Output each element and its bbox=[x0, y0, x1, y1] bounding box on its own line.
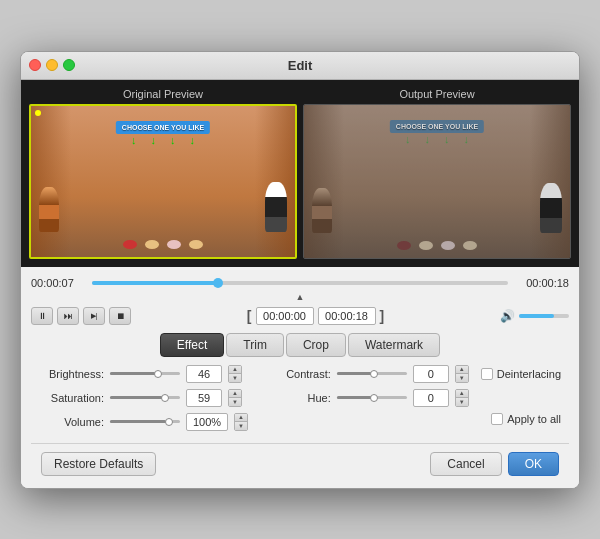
stop-button[interactable]: ⏹ bbox=[109, 307, 131, 325]
timeline-thumb[interactable] bbox=[213, 278, 223, 288]
effect-controls: Brightness: ▲ ▼ Saturation: bbox=[31, 361, 569, 441]
tree-left-deco bbox=[31, 106, 71, 257]
vol-thumb[interactable] bbox=[165, 418, 173, 426]
saturation-down[interactable]: ▼ bbox=[229, 398, 241, 406]
contrast-thumb[interactable] bbox=[370, 370, 378, 378]
volume-fill bbox=[519, 314, 554, 318]
volume-stepper[interactable]: ▲ ▼ bbox=[234, 413, 248, 431]
window-title: Edit bbox=[288, 58, 313, 73]
out-tree-left bbox=[304, 105, 344, 258]
contrast-value[interactable] bbox=[413, 365, 449, 383]
hue-row: Hue: ▲ ▼ bbox=[266, 389, 561, 407]
hue-thumb[interactable] bbox=[370, 394, 378, 402]
volume-up[interactable]: ▲ bbox=[235, 414, 247, 423]
volume-label: Volume: bbox=[39, 416, 104, 428]
left-effect-col: Brightness: ▲ ▼ Saturation: bbox=[39, 365, 250, 437]
volume-down[interactable]: ▼ bbox=[235, 422, 247, 430]
hue-slider[interactable] bbox=[337, 396, 407, 399]
saturation-fill bbox=[110, 396, 163, 399]
out-banner: CHOOSE ONE YOU LIKE bbox=[390, 120, 484, 133]
output-preview-box: CHOOSE ONE YOU LIKE ↓ ↓ ↓ ↓ bbox=[303, 104, 571, 259]
volume-slider[interactable] bbox=[519, 314, 569, 318]
left-arrow-icon: ▲ bbox=[296, 292, 305, 302]
apply-all-checkbox[interactable] bbox=[491, 413, 503, 425]
range-end-input[interactable] bbox=[318, 307, 376, 325]
deinterlacing-text: Deinterlacing bbox=[497, 368, 561, 380]
saturation-stepper[interactable]: ▲ ▼ bbox=[228, 389, 242, 407]
time-range: [ ] bbox=[247, 307, 384, 325]
hue-down[interactable]: ▼ bbox=[456, 398, 468, 406]
maximize-button[interactable] bbox=[63, 59, 75, 71]
tab-effect[interactable]: Effect bbox=[160, 333, 224, 357]
main-window: Edit Original Preview CHOOSE ONE YOU LIK… bbox=[20, 51, 580, 489]
brightness-label: Brightness: bbox=[39, 368, 104, 380]
restore-defaults-button[interactable]: Restore Defaults bbox=[41, 452, 156, 476]
timeline-progress bbox=[92, 281, 217, 285]
deinterlacing-checkbox[interactable] bbox=[481, 368, 493, 380]
timeline-start-time: 00:00:07 bbox=[31, 277, 86, 289]
brightness-slider[interactable] bbox=[110, 372, 180, 375]
deinterlacing-label: Deinterlacing bbox=[481, 368, 561, 380]
volume-control: 🔊 bbox=[500, 309, 569, 323]
contrast-fill bbox=[337, 372, 372, 375]
hue-up[interactable]: ▲ bbox=[456, 390, 468, 399]
bottom-row: Restore Defaults Cancel OK bbox=[31, 443, 569, 484]
next-frame-button[interactable]: ⏭ bbox=[57, 307, 79, 325]
right-effect-col: Contrast: ▲ ▼ Deinterlacing bbox=[266, 365, 561, 437]
ok-button[interactable]: OK bbox=[508, 452, 559, 476]
contrast-stepper[interactable]: ▲ ▼ bbox=[455, 365, 469, 383]
out-tree-right bbox=[530, 105, 570, 258]
close-button[interactable] bbox=[29, 59, 41, 71]
contrast-slider[interactable] bbox=[337, 372, 407, 375]
apply-all-text: Apply to all bbox=[507, 413, 561, 425]
brightness-value[interactable] bbox=[186, 365, 222, 383]
apply-all-label: Apply to all bbox=[491, 413, 561, 425]
contrast-up[interactable]: ▲ bbox=[456, 366, 468, 375]
preview-section: Original Preview CHOOSE ONE YOU LIKE ↓ ↓… bbox=[21, 80, 579, 267]
tabs-row: Effect Trim Crop Watermark bbox=[31, 329, 569, 361]
tab-trim[interactable]: Trim bbox=[226, 333, 284, 357]
hue-label: Hue: bbox=[266, 392, 331, 404]
saturation-thumb[interactable] bbox=[161, 394, 169, 402]
playback-row: ⏸ ⏭ ▶| ⏹ [ ] 🔊 bbox=[31, 303, 569, 329]
contrast-down[interactable]: ▼ bbox=[456, 374, 468, 382]
saturation-value[interactable] bbox=[186, 389, 222, 407]
traffic-lights bbox=[29, 59, 75, 71]
minimize-button[interactable] bbox=[46, 59, 58, 71]
tab-crop[interactable]: Crop bbox=[286, 333, 346, 357]
timeline-arrows: ▲ bbox=[31, 291, 569, 303]
saturation-row: Saturation: ▲ ▼ bbox=[39, 389, 250, 407]
tab-watermark[interactable]: Watermark bbox=[348, 333, 440, 357]
vol-fill bbox=[110, 420, 166, 423]
brightness-row: Brightness: ▲ ▼ bbox=[39, 365, 250, 383]
pause-button[interactable]: ⏸ bbox=[31, 307, 53, 325]
step-button[interactable]: ▶| bbox=[83, 307, 105, 325]
original-scene: CHOOSE ONE YOU LIKE ↓ ↓ ↓ ↓ bbox=[31, 106, 295, 257]
banner-text: CHOOSE ONE YOU LIKE bbox=[116, 121, 210, 134]
vol-slider[interactable] bbox=[110, 420, 180, 423]
volume-value[interactable] bbox=[186, 413, 228, 431]
brightness-stepper[interactable]: ▲ ▼ bbox=[228, 365, 242, 383]
output-preview-label: Output Preview bbox=[303, 88, 571, 100]
brightness-down[interactable]: ▼ bbox=[229, 374, 241, 382]
brightness-thumb[interactable] bbox=[154, 370, 162, 378]
output-scene: CHOOSE ONE YOU LIKE ↓ ↓ ↓ ↓ bbox=[304, 105, 570, 258]
brightness-up[interactable]: ▲ bbox=[229, 366, 241, 375]
saturation-up[interactable]: ▲ bbox=[229, 390, 241, 399]
action-buttons: Cancel OK bbox=[430, 452, 559, 476]
volume-row: Volume: ▲ ▼ bbox=[39, 413, 250, 431]
brightness-fill bbox=[110, 372, 156, 375]
saturation-slider[interactable] bbox=[110, 396, 180, 399]
output-preview-panel: Output Preview CHOOSE ONE YOU LIKE ↓ ↓ ↓… bbox=[303, 88, 571, 259]
original-preview-label: Original Preview bbox=[29, 88, 297, 100]
volume-icon: 🔊 bbox=[500, 309, 515, 323]
timeline-track[interactable] bbox=[92, 281, 508, 285]
contrast-label: Contrast: bbox=[266, 368, 331, 380]
hue-stepper[interactable]: ▲ ▼ bbox=[455, 389, 469, 407]
hue-value[interactable] bbox=[413, 389, 449, 407]
range-start-input[interactable] bbox=[256, 307, 314, 325]
cancel-button[interactable]: Cancel bbox=[430, 452, 501, 476]
hue-fill bbox=[337, 396, 372, 399]
titlebar: Edit bbox=[21, 52, 579, 80]
controls-section: 00:00:07 00:00:18 ▲ ⏸ ⏭ ▶| ⏹ [ ] bbox=[21, 267, 579, 488]
